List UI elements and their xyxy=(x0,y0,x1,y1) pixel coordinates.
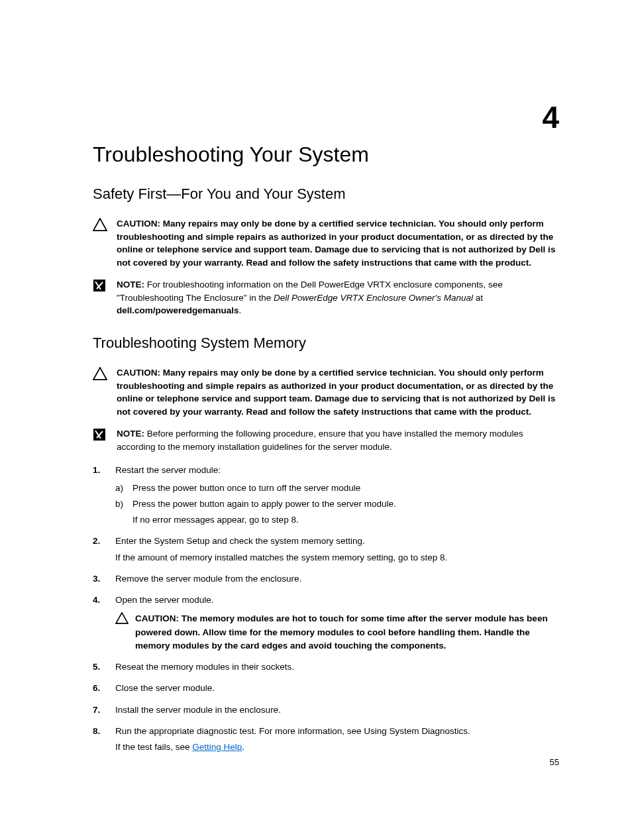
caution-icon xyxy=(115,612,131,624)
caution-body: Many repairs may only be done by a certi… xyxy=(117,368,555,417)
document-page: 4 Troubleshooting Your System Safety Fir… xyxy=(0,0,632,788)
note-callout: NOTE: For troubleshooting information on… xyxy=(93,278,559,317)
caution-body: Many repairs may only be done by a certi… xyxy=(117,219,555,268)
list-item: Enter the System Setup and check the sys… xyxy=(93,535,559,564)
page-title: Troubleshooting Your System xyxy=(93,142,559,167)
list-item: Run the appropriate diagnostic test. For… xyxy=(93,725,559,755)
step-text: Run the appropriate diagnostic test. For… xyxy=(115,726,470,736)
note-mid: at xyxy=(473,293,483,303)
caution-icon xyxy=(93,218,111,231)
step-text: Reseat the memory modules in their socke… xyxy=(115,662,294,672)
section-heading-memory: Troubleshooting System Memory xyxy=(93,335,559,352)
chapter-number: 4 xyxy=(542,99,559,135)
note-text: NOTE: Before performing the following pr… xyxy=(117,427,559,453)
note-url: dell.com/poweredgemanuals xyxy=(117,305,239,315)
getting-help-link[interactable]: Getting Help xyxy=(192,742,242,752)
caution-lead: CAUTION: xyxy=(135,613,182,623)
caution-text: CAUTION: Many repairs may only be done b… xyxy=(117,217,559,269)
step-text: Install the server module in the enclosu… xyxy=(115,705,281,715)
note-lead: NOTE: xyxy=(117,280,147,289)
list-item: Press the power button again to apply po… xyxy=(115,498,559,527)
caution-callout: CAUTION: The memory modules are hot to t… xyxy=(115,612,559,653)
page-number: 55 xyxy=(550,757,559,767)
step-text: Open the server module. xyxy=(115,595,214,605)
step-followup-post: . xyxy=(242,742,244,752)
note-post: . xyxy=(239,305,242,315)
step-followup: If the amount of memory installed matche… xyxy=(115,551,559,564)
caution-lead: CAUTION: xyxy=(117,368,163,378)
caution-callout: CAUTION: Many repairs may only be done b… xyxy=(93,217,559,269)
caution-lead: CAUTION: xyxy=(117,219,163,229)
procedure-list: Restart the server module: Press the pow… xyxy=(93,464,559,754)
step-text: Close the server module. xyxy=(115,683,215,693)
note-lead: NOTE: xyxy=(117,429,147,439)
list-item: Restart the server module: Press the pow… xyxy=(93,464,559,527)
note-icon xyxy=(93,279,111,292)
note-text: NOTE: For troubleshooting information on… xyxy=(117,278,559,317)
list-item: Remove the server module from the enclos… xyxy=(93,572,559,586)
list-item: Close the server module. xyxy=(93,682,559,695)
list-item: Reseat the memory modules in their socke… xyxy=(93,660,559,674)
section-heading-safety: Safety First—For You and Your System xyxy=(93,185,559,203)
caution-body: The memory modules are hot to touch for … xyxy=(135,613,548,651)
caution-text: CAUTION: The memory modules are hot to t… xyxy=(135,612,559,653)
substep-note: If no error messages appear, go to step … xyxy=(132,513,559,527)
note-callout: NOTE: Before performing the following pr… xyxy=(93,427,559,453)
list-item: Install the server module in the enclosu… xyxy=(93,704,559,717)
note-icon xyxy=(93,428,111,441)
caution-text: CAUTION: Many repairs may only be done b… xyxy=(117,366,559,418)
caution-callout: CAUTION: Many repairs may only be done b… xyxy=(93,366,559,418)
substep-text: Press the power button again to apply po… xyxy=(132,499,396,509)
step-text: Enter the System Setup and check the sys… xyxy=(115,536,365,546)
step-followup: If the test fails, see Getting Help. xyxy=(115,741,559,754)
list-item: Open the server module. CAUTION: The mem… xyxy=(93,594,559,653)
caution-icon xyxy=(93,367,111,380)
note-manual-title: Dell PowerEdge VRTX Enclosure Owner's Ma… xyxy=(274,293,473,303)
step-followup-pre: If the test fails, see xyxy=(115,742,192,752)
step-text: Remove the server module from the enclos… xyxy=(115,574,301,584)
step-text: Restart the server module: xyxy=(115,465,221,475)
list-item: Press the power button once to turn off … xyxy=(115,482,559,495)
substep-text: Press the power button once to turn off … xyxy=(132,483,360,493)
sub-list: Press the power button once to turn off … xyxy=(115,482,559,527)
note-body: Before performing the following procedur… xyxy=(117,429,523,452)
